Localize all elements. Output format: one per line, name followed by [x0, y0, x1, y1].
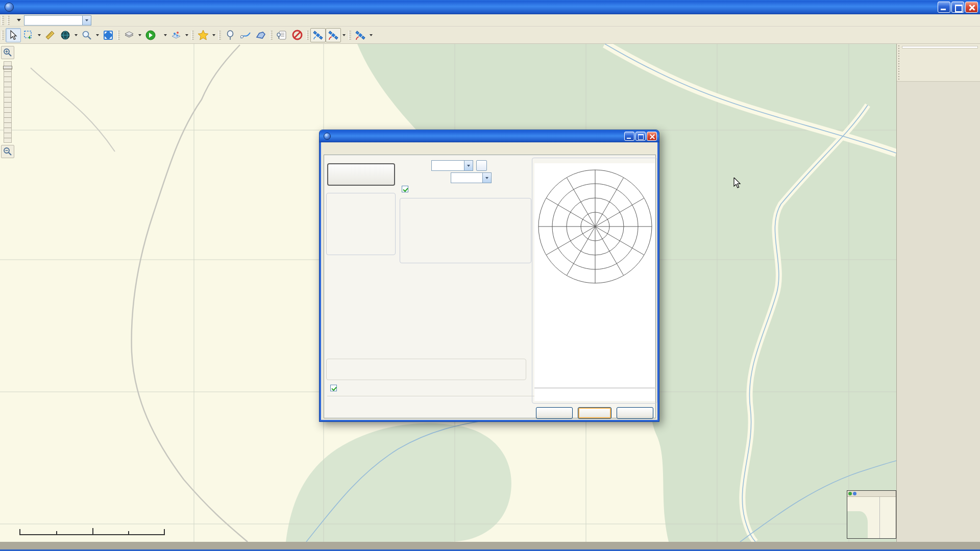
star-icon	[198, 30, 209, 40]
cancel-button[interactable]	[617, 407, 653, 419]
baud-value	[451, 173, 482, 183]
gps-track-button[interactable]	[353, 28, 368, 42]
toolbar-grip-6[interactable]	[306, 31, 309, 40]
overview-map-titlebar[interactable]	[847, 491, 896, 497]
placemark-pin-icon	[226, 30, 234, 40]
globe-icon	[60, 30, 70, 40]
app-icon	[5, 3, 14, 12]
overview-grid-line	[879, 497, 880, 538]
dialog-minimize-button[interactable]	[624, 132, 634, 141]
toolbar-grip-5[interactable]	[270, 31, 273, 40]
gps-type-groupbox	[326, 193, 396, 255]
road-path	[132, 45, 248, 542]
search-tool-button[interactable]	[79, 28, 94, 42]
zoom-slider-handle[interactable]	[3, 66, 12, 69]
cache-source-dropdown[interactable]	[137, 28, 143, 42]
satellite-track-icon	[355, 30, 366, 41]
overview-map-window[interactable]	[847, 490, 896, 539]
legend-separator	[534, 388, 655, 388]
gps-disconnect-button[interactable]	[326, 28, 341, 42]
gps-connect-button[interactable]	[310, 28, 326, 42]
overview-green-icon[interactable]	[848, 492, 852, 495]
toolbar-grip-2[interactable]	[117, 31, 120, 40]
chevron-down-icon[interactable]	[464, 161, 473, 170]
selection-tool-dropdown[interactable]	[36, 28, 42, 42]
autodetect-on-connect-checkbox[interactable]	[402, 186, 411, 192]
add-path-button[interactable]	[238, 28, 253, 42]
add-polygon-button[interactable]	[253, 28, 268, 42]
checkbox-icon	[402, 186, 408, 192]
window-close-button[interactable]	[965, 2, 978, 13]
toolbar-grip-1[interactable]	[2, 31, 4, 40]
placemark-manager-button[interactable]	[274, 28, 289, 42]
gps-track-dropdown[interactable]	[368, 28, 374, 42]
gps-toggle-button[interactable]	[327, 163, 395, 186]
layers-button[interactable]	[168, 28, 184, 42]
selection-rect-icon	[23, 30, 34, 40]
path-line-icon	[240, 30, 251, 40]
layers-stars-icon	[171, 30, 181, 40]
map-type-dropdown[interactable]	[162, 28, 168, 42]
search-combobox[interactable]	[24, 15, 91, 26]
yandex-map-icon	[145, 30, 156, 40]
chevron-down-icon	[17, 19, 21, 21]
layers-box-icon	[124, 31, 134, 40]
menubar-grip-2[interactable]	[7, 16, 10, 25]
overview-map-body[interactable]	[847, 497, 896, 538]
checkbox-icon	[330, 385, 337, 391]
signal-levels-section[interactable]	[897, 44, 980, 82]
dialog-titlebar[interactable]	[320, 130, 659, 142]
window-restore-button[interactable]	[951, 2, 964, 13]
autosave-groupbox	[326, 359, 526, 380]
globe-tool-dropdown[interactable]	[73, 28, 79, 42]
ok-button[interactable]	[578, 407, 611, 419]
favorites-button[interactable]	[195, 28, 211, 42]
overview-forest-patch	[847, 511, 868, 538]
pointer-tool-button[interactable]	[6, 28, 21, 42]
zoom-in-button[interactable]	[1, 46, 14, 59]
menubar-grip[interactable]	[2, 16, 4, 25]
zoom-slider[interactable]	[4, 61, 12, 143]
com-port-help-button[interactable]	[476, 160, 487, 171]
autoshow-sensors-checkbox[interactable]	[330, 385, 340, 391]
polar-grid	[538, 169, 652, 284]
globe-tool-button[interactable]	[58, 28, 73, 42]
satellites-groupbox	[532, 158, 657, 404]
search-tool-dropdown[interactable]	[94, 28, 101, 42]
toolbar-grip-3[interactable]	[191, 31, 194, 40]
ruler-tool-button[interactable]	[42, 28, 58, 42]
cache-source-button[interactable]	[121, 28, 137, 42]
overview-blue-icon[interactable]	[853, 492, 856, 495]
dialog-icon	[324, 133, 331, 140]
baud-combo[interactable]	[451, 172, 492, 183]
gps-disconnect-dropdown[interactable]	[341, 28, 347, 42]
placemark-list-icon	[277, 30, 287, 40]
toolbar-grip-4[interactable]	[218, 31, 221, 40]
dialog-close-button[interactable]	[647, 132, 657, 141]
settings-dialog[interactable]	[319, 130, 659, 422]
magnifier-minus-icon	[3, 147, 12, 156]
favorites-dropdown[interactable]	[211, 28, 217, 42]
road-path-2	[31, 68, 115, 152]
toolbar-grip-7[interactable]	[349, 31, 351, 40]
combobox-arrow-button[interactable]	[82, 16, 91, 25]
fullscreen-button[interactable]	[101, 28, 116, 42]
window-minimize-button[interactable]	[938, 2, 950, 13]
layers-dropdown[interactable]	[184, 28, 190, 42]
dialog-restore-button[interactable]	[635, 132, 646, 141]
zoom-out-button[interactable]	[1, 145, 14, 158]
chevron-down-icon[interactable]	[482, 173, 491, 183]
hide-marks-button[interactable]	[289, 28, 305, 42]
fullscreen-icon	[103, 30, 113, 40]
selection-tool-button[interactable]	[21, 28, 36, 42]
apply-button[interactable]	[536, 407, 573, 419]
map-type-icon-button[interactable]	[143, 28, 158, 42]
polygon-icon	[255, 30, 266, 40]
map-source-dropdown[interactable]	[11, 17, 24, 23]
com-port-value	[432, 161, 464, 170]
com-port-combo[interactable]	[431, 160, 473, 171]
window-titlebar[interactable]	[0, 0, 980, 14]
add-placemark-button[interactable]	[223, 28, 238, 42]
signal-levels-panel	[902, 46, 978, 48]
menu-bar	[0, 14, 980, 27]
